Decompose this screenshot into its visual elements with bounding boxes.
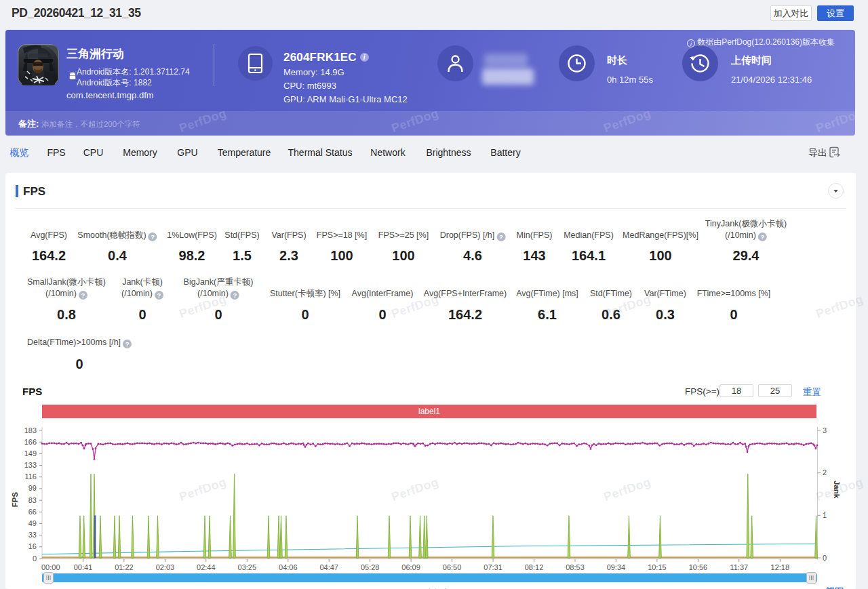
svg-text:10:15: 10:15 [648,563,667,571]
svg-text:01:22: 01:22 [115,563,134,571]
svg-text:10:56: 10:56 [689,563,708,571]
svg-text:16: 16 [28,542,37,550]
svg-text:04:06: 04:06 [279,563,298,571]
svg-text:00:00: 00:00 [41,563,60,571]
svg-text:3: 3 [823,426,827,434]
svg-text:116: 116 [24,472,37,481]
svg-text:02:44: 02:44 [197,563,216,571]
svg-text:03:25: 03:25 [238,563,257,571]
svg-text:02:03: 02:03 [156,563,175,571]
svg-text:12:18: 12:18 [771,563,790,571]
svg-text:06:50: 06:50 [443,563,462,571]
svg-text:11:37: 11:37 [730,563,748,571]
svg-text:08:12: 08:12 [525,563,544,571]
svg-text:133: 133 [24,461,37,469]
svg-text:166: 166 [24,438,37,446]
svg-text:09:34: 09:34 [607,563,626,571]
svg-text:1: 1 [823,511,827,519]
svg-text:04:47: 04:47 [319,563,338,571]
svg-text:83: 83 [28,496,37,504]
svg-text:00:41: 00:41 [74,563,93,571]
svg-text:0: 0 [33,554,37,563]
svg-text:06:09: 06:09 [401,563,420,571]
svg-text:66: 66 [28,508,37,516]
svg-text:33: 33 [28,531,37,539]
svg-text:08:53: 08:53 [566,563,585,571]
svg-text:FPS: FPS [11,491,19,507]
svg-text:183: 183 [24,426,37,434]
svg-text:99: 99 [28,484,37,492]
svg-text:Jank: Jank [833,481,841,499]
svg-text:05:28: 05:28 [361,563,380,571]
svg-text:0: 0 [823,554,827,562]
svg-text:149: 149 [24,449,37,458]
svg-text:2: 2 [823,468,827,476]
svg-text:07:31: 07:31 [484,563,502,571]
svg-text:49: 49 [28,519,37,527]
